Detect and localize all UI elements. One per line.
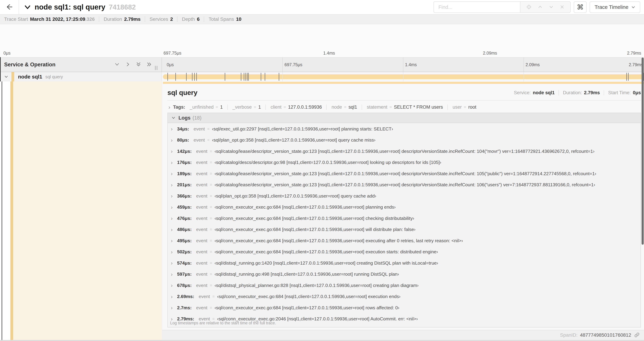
summary-item: Trace StartMarch 31 2022, 17:25:09.326: [4, 17, 95, 22]
copy-link-button[interactable]: [634, 332, 640, 338]
view-selector-button[interactable]: Trace Timeline: [590, 2, 640, 13]
log-row[interactable]: ›2.7ms:event=‹sql/conn_executor_exec.go:…: [168, 302, 640, 313]
equals-sign: =: [210, 227, 212, 232]
indent-guide: [2, 82, 2, 340]
log-marker-tick: [246, 73, 246, 81]
log-marker-tick: [225, 73, 225, 81]
collapse-trace-chevron-icon[interactable]: [24, 4, 31, 11]
chevron-right-icon: ›: [171, 249, 177, 255]
tag-item[interactable]: node=sql1: [326, 105, 357, 110]
log-row[interactable]: ›176μs:event=‹sql/catalog/descs/descript…: [168, 157, 640, 168]
top-bar: node sql1: sql query 7418682: [0, 0, 644, 14]
log-row[interactable]: ›476μs:event=‹sql/conn_executor_exec.go:…: [168, 213, 640, 224]
log-row[interactable]: ›34μs:event=‹sql/exec_util.go:2297 [nsql…: [168, 123, 640, 135]
meta-value: 0μs: [633, 90, 641, 96]
summary-label: Depth: [182, 17, 195, 22]
clear-find-button[interactable]: [560, 4, 565, 10]
log-marker-tick: [247, 73, 248, 81]
span-detail-header[interactable]: sql query Service:node sql1 Duration:2.7…: [168, 87, 641, 98]
log-row[interactable]: ›80μs:event=‹sql/plan_opt.go:358 [nsql1,…: [168, 135, 640, 146]
tag-value: 127.0.0.1:59936: [288, 105, 322, 110]
summary-item: Services2: [145, 17, 173, 22]
tag-key: client: [270, 105, 282, 110]
log-timestamp: 2.7ms:: [177, 305, 192, 310]
summary-value: March 31 2022, 17:25:09: [30, 17, 85, 22]
tag-item[interactable]: _verbose=1: [227, 105, 261, 110]
chevron-right-icon: ›: [171, 126, 177, 132]
timeline-axis: 0μs697.75μs1.4ms2.09ms2.79ms: [162, 58, 644, 72]
axis-tick-label: 697.75μs: [164, 51, 182, 56]
chevron-right-icon: ›: [171, 282, 177, 288]
equals-sign: =: [210, 205, 212, 209]
log-marker-tick: [192, 73, 192, 81]
tag-item[interactable]: user=root: [447, 105, 476, 110]
axis-tick-label: 1.4ms: [323, 51, 335, 56]
log-timestamp: 495μs:: [177, 238, 192, 243]
span-detail-meta: Service:node sql1 Duration:2.79ms Start …: [514, 90, 641, 96]
log-field-value: ‹sql/distsql_running.go:1420 [nsql1,clie…: [214, 260, 438, 266]
tag-item[interactable]: statement=SELECT * FROM users: [362, 105, 443, 110]
span-operation-name: sql query: [45, 74, 63, 79]
log-field-value: ‹sql/catalog/lease/descriptor_version_st…: [214, 171, 596, 176]
tag-item[interactable]: client=127.0.0.1:59936: [266, 105, 322, 110]
equals-sign: =: [210, 261, 212, 265]
span-duration-bar[interactable]: [163, 74, 644, 79]
expand-one-button[interactable]: [125, 62, 131, 68]
tag-item[interactable]: _unfinished=1: [190, 105, 223, 110]
span-row-label[interactable]: node sql1 sql query: [0, 72, 162, 82]
chevron-right-icon: ›: [171, 260, 177, 266]
log-field-key: event: [196, 283, 208, 288]
log-row[interactable]: ›142μs:event=‹sql/catalog/lease/descript…: [168, 146, 640, 157]
log-row[interactable]: ›502μs:event=‹sql/conn_executor_exec.go:…: [168, 246, 640, 258]
meta-value: 2.79ms: [584, 90, 600, 96]
log-row[interactable]: ›201μs:event=‹sql/catalog/lease/descript…: [168, 179, 640, 191]
chevron-down-icon[interactable]: [4, 74, 11, 79]
window-bottom-edge: [0, 340, 644, 341]
axis-tick-label: 0μs: [167, 62, 174, 67]
log-row[interactable]: ›597μs:event=‹sql/distsql_running.go:498…: [168, 269, 640, 280]
tags-row[interactable]: › Tags: _unfinished=1_verbose=1client=12…: [168, 103, 641, 112]
log-row[interactable]: ›495μs:event=‹sql/conn_executor_exec.go:…: [168, 235, 640, 246]
log-timestamp: 678μs:: [177, 283, 192, 288]
log-row[interactable]: ›574μs:event=‹sql/distsql_running.go:142…: [168, 257, 640, 269]
log-row[interactable]: ›678μs:event=‹sql/distsql_physical_plann…: [168, 280, 640, 291]
chevron-right-icon: ›: [171, 238, 177, 244]
summary-item: Duration2.79ms: [99, 17, 140, 22]
grid-line: [282, 58, 283, 72]
minimap-axis: 0μs697.75μs1.4ms2.09ms2.79ms: [4, 50, 642, 57]
log-field-key: event: [196, 271, 208, 277]
expand-all-button[interactable]: [146, 62, 152, 68]
back-button[interactable]: [0, 0, 19, 14]
log-field-key: event: [199, 294, 210, 299]
chevron-right-icon: ›: [171, 294, 177, 299]
axis-tick-label: 2.09ms: [526, 62, 540, 67]
chevron-right-icon: ›: [171, 148, 177, 154]
row-focus-edge: [0, 57, 1, 82]
next-match-button[interactable]: [548, 4, 554, 10]
chevron-down-icon: [631, 5, 635, 9]
log-field-value: ‹sql/conn_executor_exec.go:684 [nsql1,cl…: [214, 305, 400, 310]
prev-match-button[interactable]: [537, 4, 543, 10]
log-row[interactable]: ›486μs:event=‹sql/conn_executor_exec.go:…: [168, 224, 640, 235]
log-row[interactable]: ›459μs:event=‹sql/conn_executor_exec.go:…: [168, 202, 640, 213]
span-detail-row: sql query Service:node sql1 Duration:2.7…: [0, 82, 644, 340]
log-field-value: ‹sql/conn_executor_exec.go:684 [nsql1,cl…: [214, 216, 414, 221]
log-timestamp: 34μs:: [177, 126, 189, 132]
focus-match-button[interactable]: [526, 4, 532, 11]
collapse-all-button[interactable]: [136, 62, 142, 68]
logs-header[interactable]: Logs (18): [168, 113, 640, 123]
log-row[interactable]: ›366μs:event=‹sql/plan_opt.go:358 [nsql1…: [168, 190, 640, 202]
collapse-one-button[interactable]: [114, 62, 120, 68]
minimap-section: 0μs697.75μs1.4ms2.09ms2.79ms: [0, 24, 644, 57]
log-marker-tick: [279, 73, 279, 81]
log-row[interactable]: ›189μs:event=‹sql/catalog/lease/descript…: [168, 168, 640, 179]
column-splitter-grip[interactable]: [155, 66, 157, 70]
detail-span-bar: [163, 82, 644, 84]
find-input[interactable]: [434, 2, 520, 13]
log-row[interactable]: ›2.69ms:event=‹sql/conn_executor_exec.go…: [168, 291, 640, 302]
equals-sign: =: [464, 105, 466, 110]
chevron-up-icon: [537, 4, 543, 10]
vertical-scrollbar[interactable]: [642, 58, 644, 245]
log-timestamp: 597μs:: [177, 271, 192, 277]
keyboard-shortcuts-button[interactable]: ⌘: [574, 2, 586, 13]
